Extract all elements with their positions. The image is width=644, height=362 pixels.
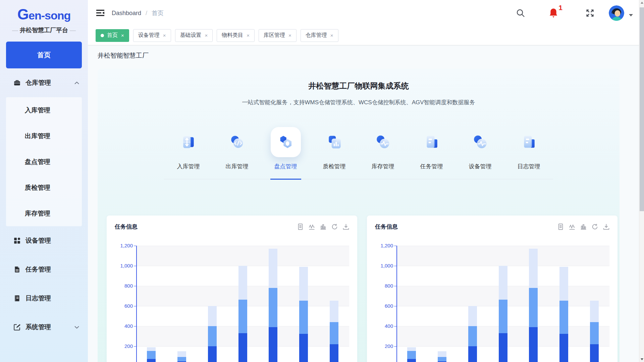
device-icon [473, 134, 488, 150]
close-icon[interactable]: × [247, 33, 250, 38]
bell-icon[interactable]: 1 [548, 8, 558, 18]
chevron-down-icon [74, 326, 79, 329]
tab-material-category[interactable]: 物料类目 × [217, 29, 255, 42]
card-title: 任务信息 [375, 223, 398, 231]
download-icon[interactable] [603, 224, 609, 230]
module-log[interactable]: 日志管理 [504, 127, 553, 170]
module-device[interactable]: 设备管理 [456, 127, 504, 170]
close-icon[interactable]: × [205, 33, 208, 38]
grid-icon [13, 237, 21, 244]
warehouse-submenu: 入库管理 出库管理 盘点管理 质检管理 库存管理 [6, 97, 82, 226]
quality-icon [327, 134, 342, 150]
module-active-underline [270, 179, 301, 180]
line-chart-icon[interactable] [309, 224, 315, 230]
app-subtitle: — 井松智慧工厂平台 — [0, 26, 88, 34]
avatar[interactable] [609, 5, 624, 21]
tab-basic-settings[interactable]: 基础设置 × [175, 29, 213, 42]
sidebar-item-system[interactable]: 系统管理 [0, 313, 88, 342]
close-icon[interactable]: × [121, 33, 124, 38]
module-inventory[interactable]: 库存管理 [359, 127, 407, 170]
edit-icon [13, 323, 21, 331]
inbound-icon [181, 134, 196, 150]
task-info-card-1: 任务信息 2004006008001,0001,200 [107, 216, 357, 362]
main-content: 井松智能智慧工厂 井松智慧工厂物联网集成系统 一站式智能化服务，支持WMS仓储管… [88, 45, 639, 362]
page-title: 井松智能智慧工厂 [98, 51, 149, 60]
module-quality[interactable]: 质检管理 [310, 127, 359, 170]
sidebar-item-log[interactable]: 日志管理 [0, 284, 88, 313]
sidebar-item-inventory[interactable]: 库存管理 [6, 200, 82, 226]
scroll-up-icon[interactable] [639, 0, 644, 5]
tab-warehouse[interactable]: 仓库管理 × [301, 29, 338, 42]
collapse-sidebar-icon[interactable] [96, 10, 104, 16]
tab-storage-area[interactable]: 库区管理 × [259, 29, 297, 42]
sidebar-item-outbound[interactable]: 出库管理 [6, 123, 82, 149]
module-nav: 入库管理 出库管理 盘点管理 [164, 127, 553, 179]
breadcrumb: Dashboard / 首页 [112, 9, 164, 17]
logo-letter: G [17, 6, 29, 22]
card-title: 任务信息 [115, 223, 138, 231]
close-icon[interactable]: × [288, 33, 291, 38]
chart-toolbox [297, 224, 349, 230]
module-stocktake[interactable]: 盘点管理 [261, 127, 310, 170]
scrollbar-thumb[interactable] [640, 7, 644, 211]
tab-device[interactable]: 设备管理 × [133, 29, 171, 42]
module-task[interactable]: 任务管理 [407, 127, 456, 170]
data-view-icon[interactable] [557, 224, 564, 230]
sidebar-item-stocktake[interactable]: 盘点管理 [6, 149, 82, 175]
caret-down-icon[interactable] [629, 14, 633, 16]
active-dot [101, 34, 104, 37]
log-icon [521, 134, 537, 150]
notification-badge: 1 [558, 4, 562, 12]
chart-toolbox [557, 224, 609, 230]
hero-subtitle: 一站式智能化服务，支持WMS仓储管理系统、WCS仓储控制系统、AGV智能调度和数… [98, 99, 620, 106]
vertical-scrollbar[interactable] [639, 0, 644, 362]
close-icon[interactable]: × [330, 33, 333, 38]
module-outbound[interactable]: 出库管理 [213, 127, 261, 170]
breadcrumb-home: 首页 [152, 10, 164, 16]
notebook-icon [13, 295, 21, 302]
tab-home[interactable]: 首页 × [96, 29, 129, 42]
briefcase-icon [13, 79, 21, 86]
download-icon[interactable] [343, 224, 349, 230]
refresh-icon[interactable] [592, 224, 598, 230]
chevron-up-icon [74, 81, 79, 84]
stacked-bar-chart: 2004006008001,0001,200 [107, 216, 357, 362]
sidebar-item-device[interactable]: 设备管理 [0, 226, 88, 255]
sidebar-item-home[interactable]: 首页 [6, 42, 82, 68]
stacked-bar-chart: 2004006008001,0001,200 [367, 216, 618, 362]
bar-chart-icon[interactable] [580, 224, 587, 230]
hero-title: 井松智慧工厂物联网集成系统 [98, 69, 620, 91]
task-icon [424, 134, 439, 150]
scroll-down-icon[interactable] [639, 357, 644, 362]
refresh-icon[interactable] [331, 224, 338, 230]
fullscreen-icon[interactable] [585, 8, 595, 18]
app-logo: Gen-song — 井松智慧工厂平台 — [0, 0, 88, 34]
sidebar-item-inbound[interactable]: 入库管理 [6, 97, 82, 123]
stocktake-icon [278, 134, 293, 150]
tab-bar: 首页 × 设备管理 × 基础设置 × 物料类目 × 库区管理 × 仓库管理 × [88, 26, 639, 45]
outbound-icon [229, 134, 245, 150]
top-header: Dashboard / 首页 1 [88, 0, 639, 26]
sidebar-item-task[interactable]: 任务管理 [0, 255, 88, 284]
breadcrumb-dashboard[interactable]: Dashboard [112, 10, 141, 16]
task-info-card-2: 任务信息 2004006008001,0001,200 [367, 216, 618, 362]
line-chart-icon[interactable] [569, 224, 575, 230]
module-inbound[interactable]: 入库管理 [164, 127, 213, 170]
hero-panel: 井松智慧工厂物联网集成系统 一站式智能化服务，支持WMS仓储管理系统、WCS仓储… [98, 69, 620, 362]
inventory-icon [375, 134, 391, 150]
sidebar-item-warehouse[interactable]: 仓库管理 [0, 68, 88, 97]
close-icon[interactable]: × [163, 33, 166, 38]
sidebar-item-quality[interactable]: 质检管理 [6, 175, 82, 200]
bar-chart-icon[interactable] [320, 224, 326, 230]
data-view-icon[interactable] [297, 224, 304, 230]
search-icon[interactable] [516, 9, 525, 17]
sidebar: Gen-song — 井松智慧工厂平台 — 首页 仓库管理 入库管理 出库管理 … [0, 0, 88, 362]
document-icon [13, 266, 21, 273]
